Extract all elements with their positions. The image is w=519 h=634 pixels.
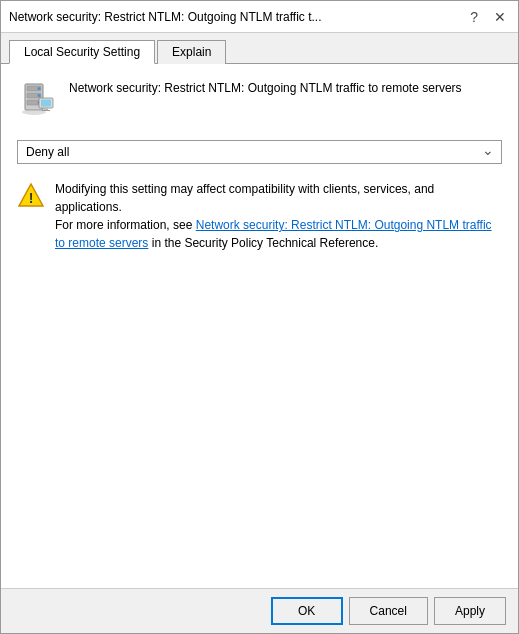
svg-rect-10 (44, 108, 48, 110)
tab-explain[interactable]: Explain (157, 40, 226, 64)
ntlm-setting-dropdown[interactable]: Allow all Audit all Deny all (17, 140, 502, 164)
svg-point-7 (22, 109, 46, 115)
button-bar: OK Cancel Apply (1, 588, 518, 633)
svg-point-5 (38, 94, 41, 97)
apply-button[interactable]: Apply (434, 597, 506, 625)
policy-title: Network security: Restrict NTLM: Outgoin… (69, 80, 462, 97)
warning-box: ! Modifying this setting may affect comp… (17, 180, 502, 252)
tab-local-security-setting[interactable]: Local Security Setting (9, 40, 155, 64)
svg-text:!: ! (29, 190, 34, 206)
dropdown-wrapper: Allow all Audit all Deny all (17, 140, 502, 164)
ok-button[interactable]: OK (271, 597, 343, 625)
svg-rect-11 (42, 110, 50, 111)
help-button[interactable]: ? (466, 10, 482, 24)
tab-bar: Local Security Setting Explain (1, 33, 518, 64)
title-controls: ? ✕ (466, 10, 510, 24)
svg-rect-9 (41, 100, 51, 107)
dropdown-container: Allow all Audit all Deny all (17, 140, 502, 164)
main-window: Network security: Restrict NTLM: Outgoin… (0, 0, 519, 634)
warning-text: Modifying this setting may affect compat… (55, 180, 502, 252)
policy-icon (17, 80, 57, 120)
warning-icon: ! (17, 182, 45, 210)
spacer (17, 252, 502, 572)
policy-header: Network security: Restrict NTLM: Outgoin… (17, 80, 502, 120)
close-button[interactable]: ✕ (490, 10, 510, 24)
title-bar: Network security: Restrict NTLM: Outgoin… (1, 1, 518, 33)
cancel-button[interactable]: Cancel (349, 597, 428, 625)
svg-point-4 (38, 87, 41, 90)
main-content: Network security: Restrict NTLM: Outgoin… (1, 64, 518, 588)
window-title: Network security: Restrict NTLM: Outgoin… (9, 10, 466, 24)
